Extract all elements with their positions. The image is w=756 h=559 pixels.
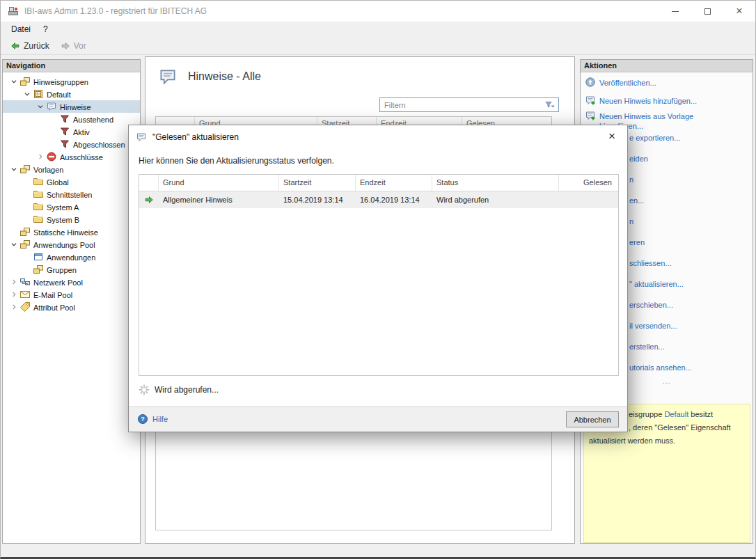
chevron-expanded-icon[interactable] <box>35 101 46 112</box>
green-arrow-icon <box>144 195 154 205</box>
maximize-button[interactable] <box>691 1 723 22</box>
tree-item-default[interactable]: Default <box>3 88 140 100</box>
tree-item-statische-hinweise[interactable]: Statische Hinweise <box>3 226 140 238</box>
dialog-title: "Gelesen" aktualisieren <box>152 132 239 143</box>
filter-funnel-icon <box>59 126 70 137</box>
cell-endzeit: 16.04.2019 13:14 <box>356 196 432 204</box>
publish-icon <box>585 77 596 88</box>
tree-item-abgeschlossen[interactable]: Abgeschlossen <box>3 138 140 150</box>
folder-icon <box>33 201 44 212</box>
tree-item-vorlagen[interactable]: Vorlagen <box>3 163 140 175</box>
toolbar: Zurück Vor <box>1 37 755 55</box>
column-header-grund[interactable]: Grund <box>159 175 279 191</box>
tree-item-ausschluesse[interactable]: Ausschlüsse <box>3 150 140 163</box>
filter-input[interactable] <box>380 101 544 109</box>
column-header-endzeit[interactable]: Endzeit <box>356 175 432 191</box>
tree-item-netzwerk-pool[interactable]: Netzwerk Pool <box>3 276 140 288</box>
tree-item-label: System A <box>47 203 79 212</box>
column-header-status[interactable]: Status <box>432 175 559 191</box>
minimize-button[interactable] <box>659 1 691 22</box>
info-text: eisgruppe <box>629 410 664 418</box>
tree-item-label: Schnittstellen <box>47 190 92 199</box>
info-line-3: aktualisiert werden muss. <box>584 434 750 448</box>
tree-item-email-pool[interactable]: E-Mail Pool <box>3 288 140 301</box>
chevron-placeholder <box>48 126 59 137</box>
tree-item-anwendungs-pool[interactable]: Anwendungs Pool <box>3 238 140 251</box>
tree-item-hinweisgruppen[interactable]: Hinweisgruppen <box>3 75 140 88</box>
tree-item-global[interactable]: Global <box>3 175 140 188</box>
action-neuer-hinweis[interactable]: Neuen Hinweis hinzufügen... <box>585 95 697 106</box>
chevron-expanded-icon[interactable] <box>8 164 19 175</box>
tree-item-system-a[interactable]: System A <box>3 200 140 213</box>
chevron-placeholder <box>22 251 33 262</box>
tree-item-system-b[interactable]: System B <box>3 213 140 226</box>
tree-item-label: Ausstehend <box>73 115 113 124</box>
chevron-collapsed-icon[interactable] <box>8 276 19 288</box>
app-icon <box>8 6 19 17</box>
dialog-close-button[interactable]: × <box>597 125 627 147</box>
maximize-icon <box>704 8 711 15</box>
action-partial[interactable]: n <box>629 175 633 184</box>
tree-item-label: Aktiv <box>73 127 90 136</box>
action-partial[interactable]: en... <box>629 196 644 205</box>
filter-funnel-icon <box>59 139 70 150</box>
action-partial-schliessen[interactable]: schliessen... <box>629 259 672 267</box>
tree-item-schnittstellen[interactable]: Schnittstellen <box>3 188 140 200</box>
action-partial[interactable]: eiden <box>629 155 648 163</box>
action-partial[interactable]: eren <box>629 238 645 246</box>
chevron-expanded-icon[interactable] <box>8 239 19 250</box>
tree-item-ausstehend[interactable]: Ausstehend <box>3 113 140 125</box>
notice-add-icon <box>585 95 596 106</box>
menu-datei[interactable]: Datei <box>5 22 37 36</box>
tree-item-label: Anwendungen <box>47 253 95 262</box>
column-header-startzeit[interactable]: Startzeit <box>279 175 356 191</box>
chevron-expanded-icon[interactable] <box>22 88 33 100</box>
notice-bubble-icon <box>46 101 57 112</box>
action-partial-tutorials[interactable]: utorials ansehen... <box>629 363 692 372</box>
tree-item-gruppen[interactable]: Gruppen <box>3 263 140 276</box>
tree-item-label: Hinweisgruppen <box>33 77 88 86</box>
chevron-collapsed-icon[interactable] <box>8 301 19 313</box>
chevron-collapsed-icon[interactable] <box>35 151 46 162</box>
tree-item-hinweise[interactable]: Hinweise <box>3 100 140 113</box>
tree-item-anwendungen[interactable]: Anwendungen <box>3 251 140 263</box>
action-partial-exportieren[interactable]: e exportieren... <box>629 134 680 142</box>
notice-bubble-icon <box>136 132 147 143</box>
folder-icon <box>33 176 44 187</box>
menu-help[interactable]: ? <box>37 22 54 36</box>
dialog-progress-row: Wird abgerufen... <box>139 384 219 395</box>
tree-item-attribut-pool[interactable]: Attribut Pool <box>3 301 140 313</box>
actions-header: Aktionen <box>581 60 753 72</box>
default-link[interactable]: Default <box>664 410 688 418</box>
close-button[interactable]: × <box>723 1 755 22</box>
back-button[interactable]: Zurück <box>6 40 54 52</box>
action-partial[interactable]: n <box>629 217 633 226</box>
filter-box <box>379 97 559 112</box>
action-partial-erstellen[interactable]: erstellen... <box>629 343 665 351</box>
forward-label: Vor <box>74 41 86 51</box>
cancel-button[interactable]: Abbrechen <box>566 411 619 427</box>
tree-item-label: Vorlagen <box>33 165 63 174</box>
chevron-collapsed-icon[interactable] <box>8 289 19 300</box>
action-partial-verschieben[interactable]: erschieben... <box>629 301 673 309</box>
chevron-expanded-icon[interactable] <box>8 76 19 87</box>
dialog-footer: Hilfe Abbrechen <box>129 406 627 432</box>
tree-item-label: Attribut Pool <box>33 303 75 312</box>
action-veroeffentlichen[interactable]: Veröffentlichen... <box>585 77 656 88</box>
column-header-gelesen[interactable]: Gelesen <box>559 175 618 191</box>
action-partial-versenden[interactable]: il versenden... <box>629 322 677 330</box>
folder-icon <box>33 214 44 225</box>
table-row[interactable]: Allgemeiner Hinweis 15.04.2019 13:14 16.… <box>139 191 618 208</box>
chevron-placeholder <box>22 264 33 275</box>
minimize-icon <box>672 11 679 12</box>
help-link[interactable]: Hilfe <box>137 414 168 425</box>
notice-template-add-icon <box>585 110 596 121</box>
dialog-status-table: Grund Startzeit Endzeit Status Gelesen A… <box>139 174 619 376</box>
dialog-description: Hier können Sie den Aktualisierungsstatu… <box>139 156 334 166</box>
dialog-status-text: Wird abgerufen... <box>155 385 219 395</box>
tree-item-label: Abgeschlossen <box>73 140 125 149</box>
filter-funnel-icon[interactable] <box>544 100 556 111</box>
action-partial-aktualisieren[interactable]: " aktualisieren... <box>629 280 684 288</box>
tree-item-aktiv[interactable]: Aktiv <box>3 125 140 138</box>
forward-button[interactable]: Vor <box>56 40 90 52</box>
